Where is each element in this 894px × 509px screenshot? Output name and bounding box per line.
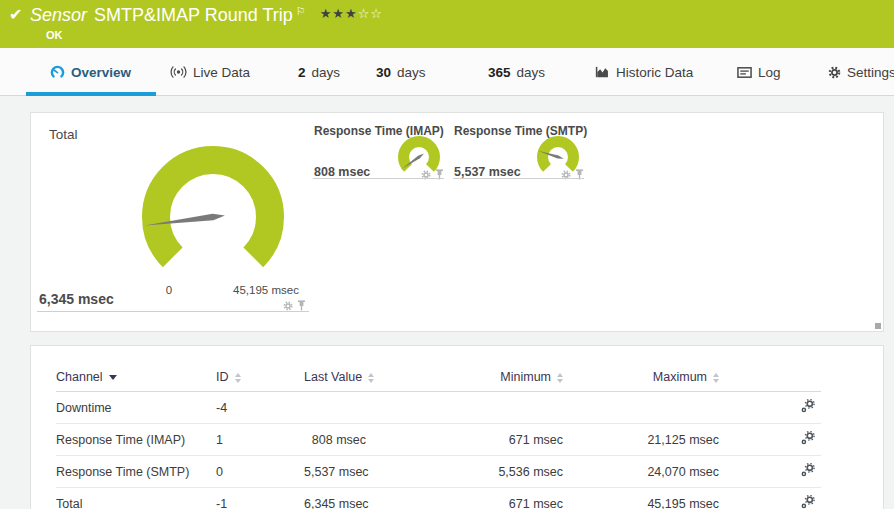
- tab-365-days-label: days: [517, 65, 546, 80]
- pin-icon[interactable]: [297, 300, 306, 311]
- stars-empty[interactable]: ☆☆: [358, 6, 383, 21]
- channel-minimum-cell: [366, 392, 563, 424]
- channel-id-cell: 1: [216, 424, 304, 456]
- channel-minimum-cell: 671 msec: [366, 488, 563, 509]
- tab-live-data-label: Live Data: [193, 65, 250, 80]
- tab-30-days[interactable]: 30 days: [376, 48, 426, 96]
- gear-icon: [828, 66, 841, 79]
- channel-last-value-cell: 808 msec: [304, 424, 366, 456]
- total-gauge-title: Total: [49, 127, 78, 142]
- channel-settings-wrench-icon[interactable]: [719, 424, 821, 456]
- channel-name-cell: Downtime: [56, 392, 216, 424]
- tab-historic-data-label: Historic Data: [616, 65, 693, 80]
- column-header-maximum[interactable]: Maximum: [563, 364, 719, 392]
- channel-row: Downtime-4: [56, 392, 821, 424]
- tab-365-days-number: 365: [488, 65, 511, 80]
- total-gauge-value: 6,345 msec: [39, 291, 114, 307]
- channel-table-header-row: Channel ID Last Value Minimum Maximum: [56, 364, 821, 392]
- page-title: SMTP&IMAP Round Trip: [94, 5, 293, 25]
- channel-row: Total-16,345 msec671 msec45,195 msec: [56, 488, 821, 509]
- channel-id-cell: 0: [216, 456, 304, 488]
- channel-last-value-cell: 5,537 msec: [304, 456, 366, 488]
- tab-2-days-label: days: [312, 65, 341, 80]
- tab-bar: Overview Live Data 2 days 30 days 365 da…: [0, 48, 894, 96]
- tab-2-days-number: 2: [298, 65, 306, 80]
- channel-settings-wrench-icon[interactable]: [719, 456, 821, 488]
- sort-desc-icon: [109, 375, 117, 380]
- tab-settings-label: Settings: [847, 65, 894, 80]
- column-header-channel[interactable]: Channel: [56, 364, 216, 392]
- status-badge: OK: [46, 29, 63, 41]
- sort-both-icon: [368, 373, 374, 383]
- log-icon: [737, 66, 752, 79]
- panel-resize-grip[interactable]: [875, 323, 881, 329]
- tab-365-days[interactable]: 365 days: [488, 48, 545, 96]
- channel-maximum-cell: 21,125 msec: [563, 424, 719, 456]
- channel-table: Channel ID Last Value Minimum Maximum Do…: [56, 364, 821, 509]
- gauge-settings-gear-icon[interactable]: [283, 301, 293, 311]
- channel-last-value-cell: [304, 392, 366, 424]
- total-gauge-min-label: 0: [157, 284, 181, 296]
- smtp-gauge-value: 5,537 msec: [454, 165, 521, 179]
- tab-30-days-number: 30: [376, 65, 391, 80]
- channel-table-body: Downtime-4Response Time (IMAP)1808 msec6…: [56, 392, 821, 509]
- priority-stars[interactable]: ★★★☆☆: [320, 6, 383, 21]
- tab-settings[interactable]: Settings: [828, 48, 894, 96]
- channel-minimum-cell: 5,536 msec: [366, 456, 563, 488]
- sensor-title-line: SensorSMTP&IMAP Round Trip⚐★★★☆☆: [30, 5, 383, 26]
- total-gauge-max-label: 45,195 msec: [225, 284, 307, 296]
- tab-log-label: Log: [758, 65, 781, 80]
- column-header-minimum[interactable]: Minimum: [366, 364, 563, 392]
- channel-id-cell: -4: [216, 392, 304, 424]
- status-ok-check-icon: ✔: [9, 5, 22, 24]
- channel-settings-wrench-icon[interactable]: [719, 488, 821, 509]
- sensor-page: ✔ SensorSMTP&IMAP Round Trip⚐★★★☆☆ OK Ov…: [0, 0, 894, 509]
- column-header-id[interactable]: ID: [216, 364, 304, 392]
- flag-icon[interactable]: ⚐: [296, 5, 306, 17]
- channel-maximum-cell: 45,195 msec: [563, 488, 719, 509]
- channel-name-cell: Total: [56, 488, 216, 509]
- column-header-actions: [719, 364, 821, 392]
- total-gauge-controls: [283, 300, 306, 311]
- tab-historic-data[interactable]: Historic Data: [595, 48, 693, 96]
- tab-log[interactable]: Log: [737, 48, 781, 96]
- sort-both-icon: [713, 373, 719, 383]
- gauge-icon: [50, 65, 65, 80]
- channel-row: Response Time (IMAP)1808 msec671 msec21,…: [56, 424, 821, 456]
- channel-name-cell: Response Time (SMTP): [56, 456, 216, 488]
- tab-2-days[interactable]: 2 days: [298, 48, 340, 96]
- channel-name-cell: Response Time (IMAP): [56, 424, 216, 456]
- tab-overview-label: Overview: [71, 65, 131, 80]
- channel-maximum-cell: 24,070 msec: [563, 456, 719, 488]
- channels-panel: Channel ID Last Value Minimum Maximum Do…: [30, 345, 884, 509]
- channel-maximum-cell: [563, 392, 719, 424]
- channel-minimum-cell: 671 msec: [366, 424, 563, 456]
- active-tab-underline: [26, 92, 156, 96]
- stars-filled[interactable]: ★★★: [320, 6, 358, 21]
- total-block-divider: [37, 311, 309, 312]
- historic-chart-icon: [595, 65, 610, 79]
- sensor-kind-label: Sensor: [30, 5, 87, 25]
- imap-block-divider: [313, 178, 444, 179]
- sensor-header: ✔ SensorSMTP&IMAP Round Trip⚐★★★☆☆ OK: [0, 0, 894, 48]
- channel-settings-wrench-icon[interactable]: [719, 392, 821, 424]
- column-header-last-value[interactable]: Last Value: [304, 364, 366, 392]
- tab-overview[interactable]: Overview: [50, 48, 131, 96]
- sort-both-icon: [235, 373, 241, 383]
- channel-last-value-cell: 6,345 msec: [304, 488, 366, 509]
- tab-30-days-label: days: [397, 65, 426, 80]
- tab-live-data[interactable]: Live Data: [170, 48, 250, 96]
- live-data-icon: [170, 65, 187, 79]
- channel-id-cell: -1: [216, 488, 304, 509]
- sort-both-icon: [557, 373, 563, 383]
- smtp-block-divider: [453, 178, 584, 179]
- gauges-panel: Total 0 45,195 msec 6,345 msec Response …: [30, 112, 884, 332]
- total-gauge: [133, 144, 293, 276]
- imap-gauge-value: 808 msec: [314, 165, 370, 179]
- channel-row: Response Time (SMTP)05,537 msec5,536 mse…: [56, 456, 821, 488]
